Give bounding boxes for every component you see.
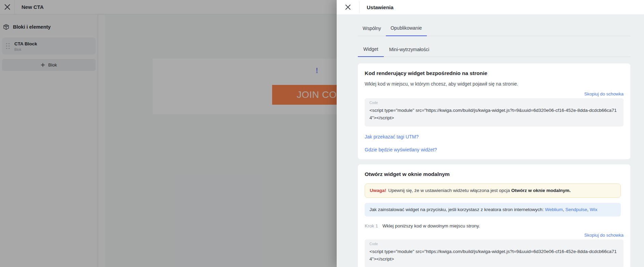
tab-wspolny[interactable]: Wspólny [358,20,386,36]
warning-box: Uwaga!Upewnij się, że w ustawieniach wid… [365,183,621,198]
header-divider [359,1,360,13]
warning-text: Upewnij się, że w ustawieniach widżetu w… [388,188,511,193]
modal-widget-card: Otwórz widget w oknie modalnym Uwaga!Upe… [358,164,630,267]
utm-tags-link[interactable]: Jak przekazać tagi UTM? [365,134,624,139]
modal-widget-heading: Otwórz widget w oknie modalnym [365,171,624,177]
weblium-link[interactable]: Weblium [545,207,563,212]
tab-opublikowanie[interactable]: Opublikowanie [386,20,427,36]
subtab-mini-wytrzymalosci[interactable]: Mini-wytrzymałości [384,42,435,57]
wix-link[interactable]: Wix [590,207,598,212]
code-field-label: Code [369,101,619,105]
settings-panel: Ustawienia Wspólny Opublikowanie Widget … [337,0,644,267]
sendpulse-link[interactable]: Sendpulse [565,207,587,212]
sub-tabs: Widget Mini-wytrzymałości [358,42,630,57]
widget-code-text: <script type="module" src="https://kwiga… [369,107,619,122]
settings-title: Ustawienia [367,4,393,10]
widget-code-box[interactable]: Code <script type="module" src="https://… [365,239,624,267]
settings-panel-header: Ustawienia [337,0,644,14]
builders-info-text: Jak zainstalować widget na przycisku, je… [369,207,545,212]
warning-label: Uwaga! [370,188,386,193]
warning-bold-text: Otwórz w oknie modalnym. [511,188,571,193]
settings-close-button[interactable] [341,0,355,14]
subtab-widget[interactable]: Widget [358,42,384,57]
builders-info-box: Jak zainstalować widget na przycisku, je… [365,203,621,217]
step-1-row: Krok 1 Wklej poniższy kod w dowolnym mie… [365,223,624,228]
code-field-label: Code [369,242,619,246]
separator: , [587,207,590,212]
main-tabs: Wspólny Opublikowanie [358,20,630,36]
settings-panel-body: Wspólny Opublikowanie Widget Mini-wytrzy… [337,14,644,267]
close-icon [345,4,351,11]
render-code-heading: Kod renderujący widget bezpośrednio na s… [365,70,624,76]
copy-to-clipboard-link[interactable]: Skopiuj do schowka [584,233,624,238]
render-code-description: Wklej kod w miejscu, w którym chcesz, ab… [365,81,624,87]
widget-code-box[interactable]: Code <script type="module" src="https://… [365,98,624,127]
copy-to-clipboard-link[interactable]: Skopiuj do schowka [584,91,624,97]
step-label: Krok 1 [365,223,378,228]
widget-code-text: <script type="module" src="https://kwiga… [369,248,619,263]
step-text: Wklej poniższy kod w dowolnym miejscu st… [382,223,480,228]
where-displayed-link[interactable]: Gdzie będzie wyświetlany widżet? [365,147,624,152]
render-code-card: Kod renderujący widget bezpośrednio na s… [358,63,630,159]
separator: , [563,207,565,212]
